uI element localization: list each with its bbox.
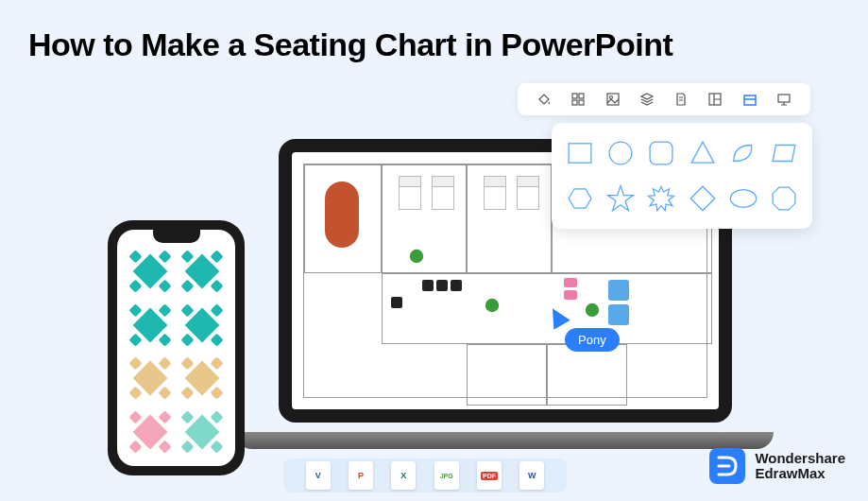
shape-rectangle[interactable] xyxy=(563,134,596,172)
plant-icon xyxy=(484,297,501,314)
seating-table xyxy=(180,302,225,349)
desk-icon xyxy=(451,280,462,291)
desk-icon xyxy=(391,297,402,308)
desk-icon xyxy=(436,280,448,291)
shape-rounded-square[interactable] xyxy=(645,134,678,172)
shape-parallelogram[interactable] xyxy=(768,134,801,172)
export-powerpoint-icon[interactable]: P xyxy=(349,461,373,490)
phone-mockup xyxy=(108,220,245,475)
apps-icon[interactable] xyxy=(570,91,587,108)
bed xyxy=(399,176,421,210)
shape-octagon[interactable] xyxy=(768,180,801,217)
layers-icon[interactable] xyxy=(638,91,655,108)
page-title: How to Make a Seating Chart in PowerPoin… xyxy=(0,0,868,63)
seating-table xyxy=(128,409,173,456)
svg-point-0 xyxy=(410,250,423,263)
logo-text: Wondershare EdrawMax xyxy=(755,451,845,482)
svg-point-1 xyxy=(485,299,499,312)
seating-table xyxy=(128,355,173,402)
plant-icon xyxy=(408,248,425,265)
shape-star[interactable] xyxy=(604,180,637,217)
page-icon[interactable] xyxy=(672,91,689,108)
svg-rect-6 xyxy=(572,100,577,105)
export-jpg-icon[interactable]: JPG xyxy=(434,461,459,490)
shape-leaf[interactable] xyxy=(726,134,759,172)
export-pdf-icon[interactable]: PDF xyxy=(477,461,502,490)
conference-table xyxy=(325,181,359,248)
bed xyxy=(432,176,454,210)
shape-triangle[interactable] xyxy=(686,134,719,172)
svg-rect-12 xyxy=(778,95,790,102)
seating-table xyxy=(128,302,173,349)
cursor-label: Pony xyxy=(565,328,620,352)
shape-ellipse[interactable] xyxy=(726,180,759,217)
seating-table xyxy=(180,355,225,402)
room xyxy=(467,344,547,406)
image-icon[interactable] xyxy=(604,91,621,108)
export-word-icon[interactable]: W xyxy=(519,461,544,490)
presentation-icon[interactable] xyxy=(775,91,792,108)
layout-icon[interactable] xyxy=(706,91,723,108)
shape-hexagon[interactable] xyxy=(563,180,596,217)
logo-mark-icon xyxy=(709,448,745,484)
brand-logo: Wondershare EdrawMax xyxy=(709,448,845,484)
cursor-arrow-icon xyxy=(544,303,570,329)
bed xyxy=(484,176,506,210)
seating-table xyxy=(180,249,225,295)
svg-point-16 xyxy=(730,190,756,208)
svg-rect-13 xyxy=(569,144,591,163)
chair-icon xyxy=(564,290,577,300)
block-icon[interactable] xyxy=(741,91,758,108)
svg-rect-7 xyxy=(579,100,584,105)
bed xyxy=(517,176,539,210)
phone-notch xyxy=(153,230,200,243)
shape-burst[interactable] xyxy=(645,180,678,217)
svg-point-14 xyxy=(609,142,632,164)
svg-rect-11 xyxy=(744,95,756,105)
phone-screen xyxy=(117,230,235,466)
seating-table xyxy=(180,409,225,456)
export-excel-icon[interactable]: X xyxy=(391,461,416,490)
svg-rect-5 xyxy=(579,94,584,98)
shape-circle[interactable] xyxy=(604,134,637,172)
svg-point-9 xyxy=(609,96,612,99)
desk-icon xyxy=(422,280,434,291)
shape-diamond[interactable] xyxy=(686,180,719,217)
toolbar xyxy=(518,83,810,115)
svg-rect-4 xyxy=(572,94,577,98)
svg-rect-15 xyxy=(650,142,672,164)
table-grid xyxy=(128,249,224,455)
appliance-icon xyxy=(608,280,629,301)
chair-icon xyxy=(564,278,577,287)
export-bar: V P X JPG PDF W xyxy=(283,458,567,492)
laptop-base xyxy=(235,432,774,449)
collaborator-cursor: Pony xyxy=(548,307,620,352)
shape-panel xyxy=(552,123,812,229)
seating-table xyxy=(128,249,173,295)
fill-icon[interactable] xyxy=(536,91,553,108)
export-visio-icon[interactable]: V xyxy=(306,461,331,490)
svg-rect-8 xyxy=(607,94,619,105)
